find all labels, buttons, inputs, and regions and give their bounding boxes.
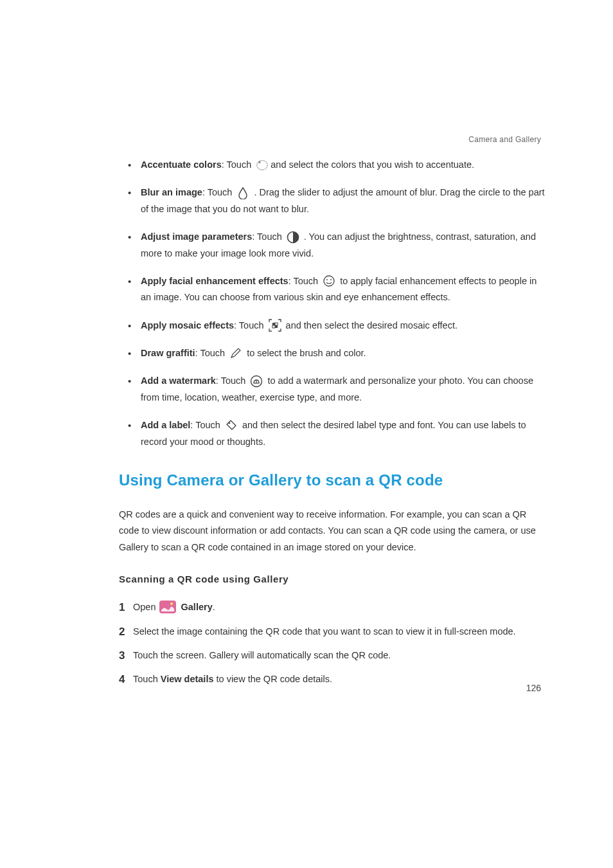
text: : Touch xyxy=(222,159,254,170)
text: : Touch xyxy=(234,320,267,330)
section-intro: QR codes are a quick and convenient way … xyxy=(119,507,546,556)
item-title: Draw graffiti xyxy=(141,348,195,358)
step-item: Open Gallery. xyxy=(119,599,546,615)
svg-rect-6 xyxy=(272,323,275,325)
text: Select the image containing the QR code … xyxy=(133,626,516,637)
running-header: Camera and Gallery xyxy=(468,133,541,147)
svg-point-4 xyxy=(326,279,328,280)
svg-rect-9 xyxy=(275,325,278,328)
subsection-heading: Scanning a QR code using Gallery xyxy=(119,571,546,588)
section-heading: Using Camera or Gallery to scan a QR cod… xyxy=(119,467,546,494)
item-title: Add a label xyxy=(141,420,190,430)
text: Touch xyxy=(133,674,161,684)
mosaic-icon xyxy=(268,318,282,332)
adjust-parameters-icon xyxy=(286,230,300,244)
item-title: Apply mosaic effects xyxy=(141,320,234,330)
item-title: Accentuate colors xyxy=(141,159,222,170)
feature-list: Accentuate colors: Touch and select the … xyxy=(130,157,546,450)
app-name: Gallery xyxy=(181,602,213,612)
list-item: Add a watermark: Touch to add a watermar… xyxy=(130,373,546,406)
text: . xyxy=(213,602,215,612)
item-title: Apply facial enhancement effects xyxy=(141,276,289,286)
svg-point-1 xyxy=(259,161,260,163)
item-title: Blur an image xyxy=(141,187,202,197)
text: and select the colors that you wish to a… xyxy=(271,159,474,170)
document-page: Camera and Gallery Accentuate colors: To… xyxy=(0,0,613,868)
svg-point-5 xyxy=(330,279,332,280)
step-item: Touch View details to view the QR code d… xyxy=(119,671,546,687)
brush-icon xyxy=(229,346,243,360)
step-item: Select the image containing the QR code … xyxy=(119,624,546,640)
text: : Touch xyxy=(216,375,249,386)
svg-point-3 xyxy=(324,276,334,286)
svg-rect-7 xyxy=(275,323,278,325)
text: to select the brush and color. xyxy=(244,348,366,358)
accentuate-colors-icon xyxy=(255,158,269,172)
text: Touch the screen. Gallery will automatic… xyxy=(133,650,391,660)
list-item: Blur an image: Touch . Drag the slider t… xyxy=(130,185,546,217)
item-title: Add a watermark xyxy=(141,375,216,386)
svg-rect-8 xyxy=(272,325,275,328)
svg-point-13 xyxy=(229,422,231,424)
text: : Touch xyxy=(252,231,285,242)
list-item: Adjust image parameters: Touch . You can… xyxy=(130,229,546,262)
list-item: Apply mosaic effects: Touch and then sel… xyxy=(130,318,546,334)
list-item: Add a label: Touch and then select the d… xyxy=(130,417,546,450)
steps-list: Open Gallery. Select the image containin… xyxy=(119,599,546,688)
svg-point-15 xyxy=(170,602,173,605)
page-number: 126 xyxy=(526,680,541,696)
text: Open xyxy=(133,602,159,612)
text: and then select the desired mosaic effec… xyxy=(283,320,458,330)
text: : Touch xyxy=(202,187,235,197)
text: : Touch xyxy=(190,420,223,430)
text: to view the QR code details. xyxy=(213,674,332,684)
watermark-icon xyxy=(249,374,263,388)
face-enhance-icon xyxy=(322,274,336,288)
list-item: Draw graffiti: Touch to select the brush… xyxy=(130,345,546,361)
svg-point-0 xyxy=(257,161,267,170)
list-item: Apply facial enhancement effects: Touch … xyxy=(130,273,546,306)
text: : Touch xyxy=(289,276,321,286)
gallery-app-icon xyxy=(159,600,177,614)
list-item: Accentuate colors: Touch and select the … xyxy=(130,157,546,173)
action-name: View details xyxy=(161,674,214,684)
item-title: Adjust image parameters xyxy=(141,231,252,242)
label-tag-icon xyxy=(224,418,238,432)
blur-droplet-icon xyxy=(236,186,250,200)
text: : Touch xyxy=(195,348,228,358)
step-item: Touch the screen. Gallery will automatic… xyxy=(119,647,546,664)
